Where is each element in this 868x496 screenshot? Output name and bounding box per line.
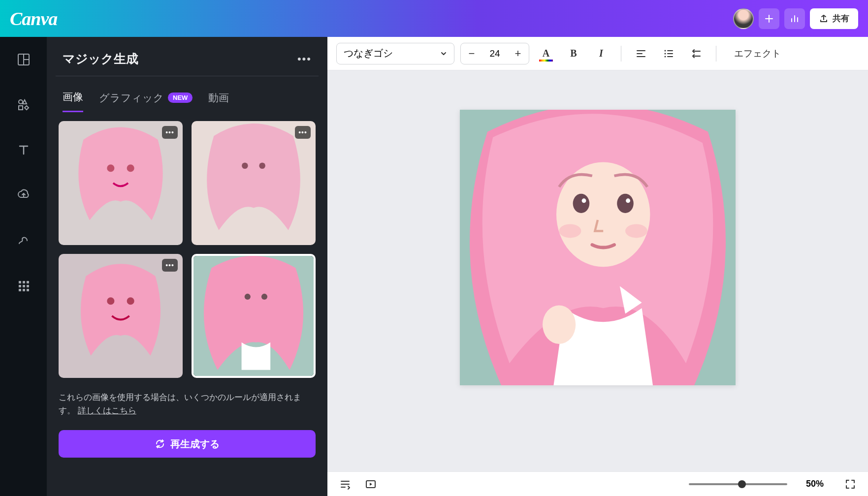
zoom-slider[interactable] <box>689 483 787 485</box>
align-left-icon <box>636 48 646 59</box>
align-button[interactable] <box>630 43 652 64</box>
zoom-thumb[interactable] <box>738 480 746 488</box>
notes-button[interactable] <box>337 476 353 492</box>
font-size-value[interactable]: 24 <box>482 48 507 59</box>
svg-point-40 <box>625 224 647 238</box>
fullscreen-button[interactable] <box>842 476 858 492</box>
topbar-right: 共有 <box>733 8 858 29</box>
bottom-bar: 50% <box>327 471 868 496</box>
list-icon <box>663 48 674 59</box>
share-button[interactable]: 共有 <box>810 8 858 29</box>
divider <box>716 46 716 62</box>
font-name: つなぎゴシ <box>344 47 393 60</box>
font-size-increase[interactable]: + <box>507 43 529 64</box>
canvas-scroll[interactable] <box>327 70 868 496</box>
new-badge: NEW <box>168 93 193 103</box>
svg-point-16 <box>107 164 114 172</box>
panel-header: マジック生成 ••• <box>56 47 319 76</box>
italic-button[interactable]: I <box>590 43 612 64</box>
rail-templates-icon[interactable] <box>16 52 32 67</box>
svg-point-38 <box>626 198 630 203</box>
result-thumb-4[interactable] <box>192 254 316 378</box>
usage-note: これらの画像を使用する場合は、いくつかのルールが適用されます。 詳しくはこちら <box>56 387 319 421</box>
avatar[interactable] <box>733 8 754 29</box>
font-size-decrease[interactable]: − <box>461 43 482 64</box>
divider <box>621 46 621 62</box>
svg-point-17 <box>127 164 134 172</box>
text-toolbar: つなぎゴシ − 24 + A B I <box>327 37 868 70</box>
tab-graphics[interactable]: グラフィックNEW <box>99 90 193 112</box>
svg-rect-7 <box>27 281 29 283</box>
canvas-page[interactable] <box>460 110 736 385</box>
text-color-icon: A <box>543 48 549 59</box>
generated-image-2 <box>192 121 316 245</box>
rail-draw-icon[interactable] <box>16 233 32 248</box>
color-indicator <box>539 60 553 62</box>
list-button[interactable] <box>658 43 679 64</box>
side-rail <box>0 37 47 496</box>
svg-point-25 <box>127 297 134 305</box>
svg-rect-4 <box>19 106 23 110</box>
effects-button[interactable]: エフェクト <box>725 47 790 60</box>
result-thumb-1[interactable]: ••• <box>59 121 183 245</box>
rail-apps-icon[interactable] <box>16 278 32 294</box>
tab-graphics-label: グラフィック <box>99 91 164 105</box>
thumb-more-3[interactable]: ••• <box>162 259 178 272</box>
learn-more-link[interactable]: 詳しくはこちら <box>78 406 136 415</box>
tab-images[interactable]: 画像 <box>63 90 83 112</box>
generated-image-4 <box>193 256 314 376</box>
canvas-image[interactable] <box>460 110 736 385</box>
regenerate-button[interactable]: 再生成する <box>59 430 316 458</box>
rail-uploads-icon[interactable] <box>16 187 32 203</box>
thumb-more-1[interactable]: ••• <box>162 126 178 139</box>
generated-image-1 <box>59 121 183 245</box>
svg-rect-8 <box>19 285 21 287</box>
svg-point-24 <box>107 297 114 305</box>
bold-button[interactable]: B <box>563 43 584 64</box>
tab-video[interactable]: 動画 <box>208 90 229 112</box>
svg-point-31 <box>665 53 666 54</box>
svg-point-30 <box>665 50 666 51</box>
svg-point-35 <box>573 194 590 213</box>
font-select[interactable]: つなぎゴシ <box>336 43 454 64</box>
svg-point-29 <box>261 294 267 300</box>
svg-point-28 <box>245 294 251 300</box>
rail-text-icon[interactable] <box>16 142 32 158</box>
results-grid: ••• ••• ••• <box>56 112 319 387</box>
zoom-label[interactable]: 50% <box>806 479 824 489</box>
svg-rect-13 <box>27 289 29 291</box>
tab-video-label: 動画 <box>208 91 229 105</box>
svg-point-21 <box>259 162 265 169</box>
topbar: Canva 共有 <box>0 0 868 37</box>
svg-rect-11 <box>19 289 21 291</box>
present-button[interactable] <box>363 476 379 492</box>
canva-logo[interactable]: Canva <box>10 8 57 30</box>
svg-rect-6 <box>23 281 25 283</box>
panel-more-button[interactable]: ••• <box>297 53 312 65</box>
svg-point-37 <box>582 198 586 203</box>
tab-images-label: 画像 <box>63 90 83 104</box>
spacing-button[interactable] <box>685 43 707 64</box>
bar-chart-icon <box>790 14 800 24</box>
generated-image-3 <box>59 254 183 378</box>
tabs-row: 画像 グラフィックNEW 動画 <box>56 90 319 112</box>
text-color-button[interactable]: A <box>535 43 557 64</box>
svg-rect-9 <box>23 285 25 287</box>
add-button[interactable] <box>759 8 779 29</box>
insights-button[interactable] <box>784 8 805 29</box>
font-size-group: − 24 + <box>460 43 529 64</box>
thumb-more-2[interactable]: ••• <box>295 126 311 139</box>
result-thumb-3[interactable]: ••• <box>59 254 183 378</box>
svg-point-3 <box>19 100 23 104</box>
plus-icon <box>764 14 774 24</box>
result-thumb-2[interactable]: ••• <box>192 121 316 245</box>
svg-point-20 <box>242 162 248 169</box>
svg-rect-12 <box>23 289 25 291</box>
svg-point-32 <box>665 56 666 57</box>
refresh-icon <box>155 438 165 449</box>
panel-title: マジック生成 <box>63 51 138 67</box>
svg-point-39 <box>559 224 581 238</box>
upload-icon <box>819 14 829 24</box>
fullscreen-icon <box>844 478 856 490</box>
rail-elements-icon[interactable] <box>16 97 32 113</box>
